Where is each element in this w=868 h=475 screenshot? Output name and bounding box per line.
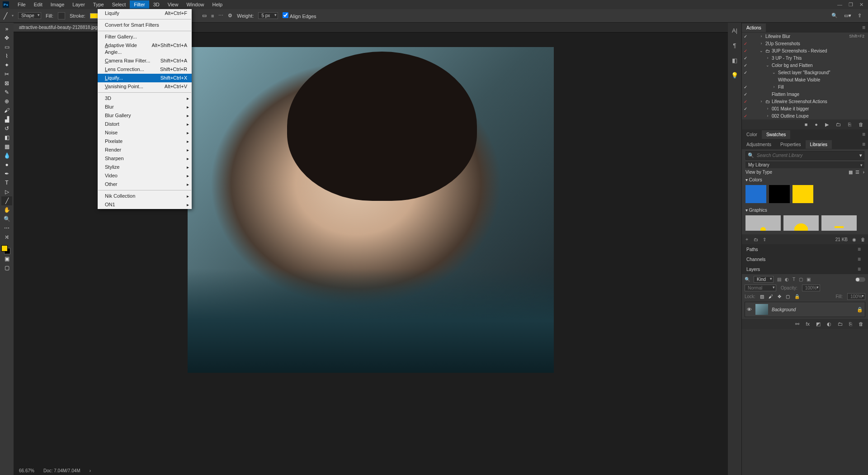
lock-icon[interactable]: 🔒 (857, 307, 863, 313)
filter-pixelate[interactable]: Pixelate (98, 137, 192, 146)
graphic-asset[interactable] (783, 215, 819, 231)
trash-icon[interactable]: 🗑 (859, 122, 863, 127)
view-by-type-label[interactable]: View by Type (745, 170, 772, 175)
weight-input[interactable]: 5 px (258, 12, 278, 19)
play-icon[interactable]: ▶ (825, 122, 829, 128)
action-row[interactable]: ✓›🗀Lifewire Screenshot Actions (742, 98, 868, 105)
healing-brush-tool[interactable]: ⊕ (1, 97, 12, 106)
zoom-level[interactable]: 66.67% (19, 468, 34, 473)
3d-panel-icon[interactable]: ◧ (732, 57, 737, 64)
channels-panel-menu[interactable]: ≡ (855, 256, 863, 262)
path-select-tool[interactable]: ▷ (1, 187, 12, 196)
menu-help[interactable]: Help (208, 0, 227, 9)
filter-sharpen[interactable]: Sharpen (98, 154, 192, 163)
blend-mode-select[interactable]: Normal (745, 285, 776, 291)
filter-render[interactable]: Render (98, 146, 192, 154)
sync-icon[interactable]: ◉ (852, 237, 856, 242)
filter-vanishing-point-[interactable]: Vanishing Point...Alt+Ctrl+V (98, 82, 192, 91)
marquee-tool[interactable]: ▭ (1, 43, 12, 52)
upload-icon[interactable]: ⇪ (763, 237, 766, 242)
filter-adaptive-wide-angle-[interactable]: Adaptive Wide Angle...Alt+Shift+Ctrl+A (98, 41, 192, 57)
menu-select[interactable]: Select (108, 0, 130, 9)
fg-bg-colors[interactable] (1, 243, 12, 254)
lock-pixels-icon[interactable]: 🖌 (769, 294, 773, 299)
menu-view[interactable]: View (164, 0, 183, 9)
workspace-icon[interactable]: ▭▾ (844, 13, 851, 19)
graphic-asset[interactable] (745, 215, 781, 231)
library-color-swatch[interactable] (745, 185, 766, 203)
action-row[interactable]: ✓⌄Select layer "Background" (742, 69, 868, 76)
new-set-icon[interactable]: 🗀 (836, 122, 841, 127)
filter-blur[interactable]: Blur (98, 103, 192, 111)
menu-file[interactable]: File (14, 0, 30, 9)
paragraph-panel-icon[interactable]: ¶ (733, 42, 736, 49)
toolbox-grip[interactable]: » (1, 24, 12, 33)
crop-tool[interactable]: ✂ (1, 70, 12, 79)
swatches-panel-menu[interactable]: ≡ (859, 131, 868, 138)
chevron-down-icon[interactable]: ▾ (859, 152, 862, 158)
filter-adjust-icon[interactable]: ◐ (785, 277, 789, 282)
layer-row-background[interactable]: 👁 Background 🔒 (745, 302, 865, 317)
trash-icon[interactable]: 🗑 (859, 321, 863, 327)
action-row[interactable]: ✓›Lifewire BlurShift+F2 (742, 33, 868, 40)
filter-convert-smart[interactable]: Convert for Smart Filters (98, 21, 192, 29)
graphics-section[interactable]: ▾ Graphics (745, 207, 864, 214)
lock-transparency-icon[interactable]: ▨ (760, 294, 764, 299)
move-tool[interactable]: ✥ (1, 33, 12, 43)
filter-distort[interactable]: Distort (98, 120, 192, 128)
swap-fgbg-icon[interactable]: ⤭ (1, 233, 12, 242)
filter-filter-gallery-[interactable]: Filter Gallery... (98, 33, 192, 41)
menu-layer[interactable]: Layer (68, 0, 89, 9)
frame-tool[interactable]: ⊠ (1, 79, 12, 88)
line-tool[interactable]: ╱ (1, 196, 12, 205)
menu-edit[interactable]: Edit (30, 0, 47, 9)
new-layer-icon[interactable]: ⎘ (849, 321, 852, 327)
action-row[interactable]: ✓›2Up Screenshots (742, 40, 868, 47)
filter-on1[interactable]: ON1 (98, 200, 192, 209)
action-row[interactable]: ✓›001 Make it bigger (742, 105, 868, 112)
paths-panel-menu[interactable]: ≡ (855, 246, 863, 252)
tab-layers[interactable]: Layers≡ (742, 264, 868, 274)
pen-tool[interactable]: ✒ (1, 169, 12, 178)
library-search-input[interactable] (757, 153, 857, 158)
filter-shape-icon[interactable]: ▢ (799, 277, 803, 282)
dodge-tool[interactable]: ● (1, 160, 12, 169)
tab-color[interactable]: Color (742, 130, 762, 139)
add-folder-icon[interactable]: 🗀 (754, 237, 758, 242)
shape-mode-select[interactable]: Shape (18, 12, 41, 19)
action-row[interactable]: ✓›3 UP - Try This (742, 54, 868, 62)
new-action-icon[interactable]: ⎘ (848, 122, 851, 127)
gear-icon[interactable]: ⚙ (228, 13, 232, 19)
filter-noise[interactable]: Noise (98, 128, 192, 137)
status-arrow-icon[interactable]: › (90, 468, 91, 473)
filter-toggle[interactable] (855, 277, 865, 282)
type-tool[interactable]: T (1, 178, 12, 187)
layer-thumbnail[interactable] (755, 304, 768, 315)
record-icon[interactable]: ● (815, 122, 818, 127)
tab-adjustments[interactable]: Adjustments (742, 140, 776, 149)
hint-panel-icon[interactable]: 💡 (731, 72, 738, 79)
line-tool-icon[interactable]: ╱ (4, 12, 7, 19)
filter-stylize[interactable]: Stylize (98, 163, 192, 171)
brush-tool[interactable]: 🖌 (1, 106, 12, 115)
filter-search-icon[interactable]: 🔍 (745, 277, 750, 282)
visibility-icon[interactable]: 👁 (747, 307, 752, 312)
layer-style-icon[interactable]: fx (806, 321, 810, 327)
menu-image[interactable]: Image (47, 0, 69, 9)
list-view-icon[interactable]: ☰ (855, 170, 859, 175)
trash-icon[interactable]: 🗑 (861, 237, 865, 242)
blur-tool[interactable]: 💧 (1, 151, 12, 160)
clone-stamp-tool[interactable]: ▟ (1, 115, 12, 124)
hand-tool[interactable]: ✋ (1, 205, 12, 214)
filter-nik-collection[interactable]: Nik Collection (98, 192, 192, 200)
opacity-input[interactable]: 100% (802, 285, 820, 291)
close-icon[interactable]: ✕ (859, 2, 863, 8)
colors-section[interactable]: ▾ Colors (745, 176, 864, 183)
link-layers-icon[interactable]: ⚯ (795, 321, 799, 327)
window-controls[interactable]: — ❐ ✕ (837, 2, 868, 8)
menu-filter[interactable]: Filter (130, 0, 149, 9)
filter-3d[interactable]: 3D (98, 94, 192, 103)
align-edges-checkbox[interactable]: Align Edges (283, 12, 316, 19)
restore-icon[interactable]: ❐ (849, 2, 853, 8)
tab-paths[interactable]: Paths≡ (742, 244, 868, 254)
